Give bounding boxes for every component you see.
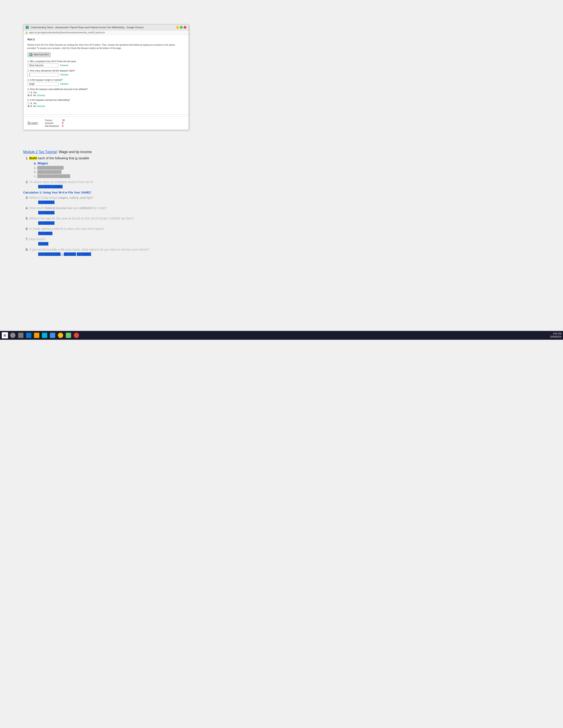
module-link-line: Module 2 Tax Tutorial: Wage and tip inco…: [23, 150, 189, 154]
question-1-block: 1. Who completed Form W-4? Enter the ful…: [27, 60, 184, 67]
option-5a-label: A. Yes: [30, 102, 37, 105]
taskbar-icon-taskview[interactable]: [18, 333, 23, 338]
question-1-result: Correct.: [60, 64, 69, 67]
calc-item-8: If you would actually e-file your taxes,…: [29, 248, 189, 256]
question-3-block: 3. Is the taxpayer single or married? Co…: [27, 79, 184, 86]
item-1-text: each of the following that: [38, 156, 75, 160]
a8-link: ███████████ + ██████ ███████: [38, 252, 91, 256]
radio-dot-a: [27, 91, 30, 94]
taskbar-icon-ie[interactable]: [50, 333, 55, 338]
sub-item-2: ███████████: [37, 170, 189, 174]
a7-container: █████: [38, 242, 189, 245]
score-area: Score: Correct 10 Incorrect 0 Not Answer…: [23, 116, 188, 130]
browser-addressbar: 🔒 apps.irs.gov/app/understandingTaxes/ho…: [23, 30, 188, 35]
taskbar-icon-chrome2[interactable]: [74, 333, 79, 338]
a4-container: ████████: [38, 210, 189, 214]
score-incorrect-name: Incorrect: [43, 122, 60, 125]
a3-container: ████████: [38, 200, 189, 204]
a5-link: ████████: [38, 221, 55, 225]
question-4-text: 4. Does the taxpayer want additional amo…: [27, 88, 184, 90]
clock-time: 4:04 CM: [550, 332, 561, 335]
taskbar: ⊞ 4:04 CM 02/09/2019: [0, 331, 563, 340]
q4-text: How much federal income tax was withheld…: [29, 206, 107, 210]
radio-dot-5a: [27, 102, 30, 104]
browser-title: Understanding Taxes - Assessment: Payrol…: [30, 26, 143, 29]
score-correct-name: Correct: [43, 119, 60, 122]
view-form-icon: ▶: [29, 53, 32, 56]
a6-container: ███████: [38, 231, 189, 235]
module-subtitle: : Wage and tip income: [57, 150, 92, 154]
question-5-result: Correct.: [37, 105, 45, 107]
taskbar-icon-store[interactable]: [42, 333, 47, 338]
q3-text: What is Cindy King's wages, salary, and …: [29, 196, 94, 199]
taskbar-icon-explorer[interactable]: [34, 333, 39, 338]
calculation-label: Calculation 1: Using Your W-4 to File Yo…: [23, 191, 91, 194]
restore-button[interactable]: [180, 26, 182, 29]
sub-item-3: ███████████████: [37, 174, 189, 178]
question-4-option-a[interactable]: A. Yes: [27, 91, 184, 94]
form-area: Part 2 Review Form W-4 for Olivia Sanche…: [23, 35, 188, 113]
list-item-1: Bold each of the following that is taxab…: [29, 156, 189, 178]
taskbar-clock: 4:04 CM 02/09/2019: [550, 332, 561, 338]
question-2-result: Correct.: [60, 73, 69, 76]
browser-content: Part 2 Review Form W-4 for Olivia Sanche…: [23, 35, 188, 130]
blurred-1: ████████████: [37, 166, 64, 169]
q7-text: How much?: [29, 237, 46, 241]
blurred-2: ███████████: [37, 170, 61, 174]
taskbar-icon-chrome[interactable]: [58, 333, 63, 338]
document-content: Module 2 Tax Tutorial: Wage and tip inco…: [23, 150, 189, 258]
score-notanswered-value: 0: [60, 125, 66, 128]
question-2-text: 2. How many allowances did the taxpayer …: [27, 69, 184, 72]
taskbar-icon-citrix[interactable]: [66, 333, 71, 338]
question-2-input[interactable]: [27, 73, 58, 77]
question-4-result: Correct.: [37, 94, 45, 97]
titlebar-left: Understanding Taxes - Assessment: Payrol…: [26, 26, 143, 29]
score-table: Correct 10 Incorrect 0 Not Answered 0: [43, 119, 66, 128]
score-row-notanswered: Not Answered 0: [43, 125, 66, 128]
view-form-label: View Form W-4: [34, 53, 49, 56]
minimize-button[interactable]: [176, 26, 179, 29]
question-1-input[interactable]: [27, 64, 58, 67]
browser-favicon: [26, 26, 29, 29]
question-2-text: To whom does an employer send a Form W-4…: [29, 180, 94, 184]
calc-item-3: What is Cindy King's wages, salary, and …: [29, 196, 189, 204]
score-row-correct: Correct 10: [43, 119, 66, 122]
taskbar-icon-edge[interactable]: [26, 333, 31, 338]
item-1-suffix: taxable: [79, 156, 89, 160]
module-link[interactable]: Module 2 Tax Tutorial: [23, 150, 57, 154]
list-item-2: To whom does an employer send a Form W-4…: [29, 180, 189, 188]
question-3-input[interactable]: [27, 82, 58, 86]
calc-item-6: Is Cindy getting a refund or does she ow…: [29, 227, 189, 235]
calc-item-7: How much? █████: [29, 237, 189, 245]
instructions: Review Form W-4 for Olivia Sanchez by cl…: [27, 43, 184, 50]
view-form-button[interactable]: ▶ View Form W-4: [27, 52, 51, 57]
a3-link: ████████: [38, 201, 55, 204]
score-incorrect-value: 0: [60, 122, 66, 125]
question-5-option-a[interactable]: A. Yes: [27, 102, 184, 105]
question-5-text: 5. Is the taxpayer exempt from withholdi…: [27, 99, 184, 101]
blurred-3: ███████████████: [37, 174, 70, 178]
start-button[interactable]: ⊞: [2, 332, 8, 338]
score-correct-value: 10: [60, 119, 66, 122]
part-label: Part 2: [27, 38, 184, 41]
is-underline: is: [75, 156, 78, 160]
sub-a-label: a.: [34, 161, 37, 165]
url-text[interactable]: apps.irs.gov/app/understandingTaxes/hows…: [29, 31, 105, 34]
bold-label: Bold: [29, 156, 37, 160]
score-divider: [23, 114, 188, 115]
question-1-answer-row: Correct.: [27, 64, 184, 67]
question-4-option-b[interactable]: B. No Correct.: [27, 94, 184, 97]
answer-2-link: ████████████: [38, 185, 63, 188]
a5-container: ████████: [38, 221, 189, 225]
browser-window: Understanding Taxes - Assessment: Payrol…: [23, 24, 189, 130]
taskbar-icon-search[interactable]: [10, 333, 15, 338]
question-3-text: 3. Is the taxpayer single or married?: [27, 79, 184, 81]
question-1-text: 1. Who completed Form W-4? Enter the ful…: [27, 60, 184, 63]
score-notanswered-name: Not Answered: [43, 125, 60, 128]
browser-controls: [176, 26, 186, 29]
question-3-answer-row: Correct.: [27, 82, 184, 86]
close-button[interactable]: [184, 26, 186, 29]
question-5-option-b[interactable]: B. No Correct.: [27, 105, 184, 107]
answer-2-container: ████████████: [38, 184, 189, 188]
q8-text: If you would actually e-file your taxes,…: [29, 248, 149, 251]
